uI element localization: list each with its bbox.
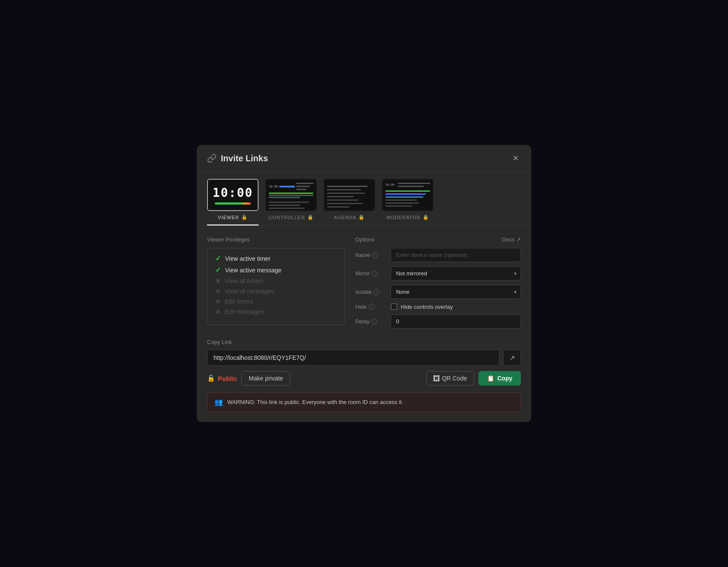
viewer-clock-display: 10:00 — [213, 186, 253, 200]
priv-view-active-timer: ✓ View active timer — [215, 254, 337, 262]
priv-edit-messages: ✕ Edit messages — [215, 308, 337, 315]
two-col-section: Viewer Privileges ✓ View active timer ✓ … — [207, 236, 521, 329]
privileges-section: Viewer Privileges ✓ View active timer ✓ … — [207, 236, 345, 329]
public-badge: 🔓 Public — [207, 374, 237, 382]
warning-text: WARNING: This link is public. Everyone w… — [227, 399, 403, 405]
option-name-row: Name i — [355, 248, 521, 262]
mirror-select-wrapper: Not mirrored Mirrored ▾ — [391, 266, 521, 280]
priv-view-all-messages: ✕ View all messages — [215, 288, 337, 295]
link-input-row: ↗ — [207, 350, 521, 366]
delay-label: Delay i — [355, 318, 385, 325]
x-icon-1: ✕ — [215, 277, 220, 284]
options-header: Options Docs ↗ — [355, 236, 521, 243]
option-hide-row: Hide i Hide controls overlay — [355, 303, 521, 310]
x-icon-2: ✕ — [215, 288, 220, 295]
close-button[interactable]: × — [510, 153, 521, 164]
privileges-section-label: Viewer Privileges — [207, 236, 345, 243]
warning-bar: 👥 WARNING: This link is public. Everyone… — [207, 392, 521, 412]
ctrl-bar — [279, 186, 295, 187]
tab-moderator[interactable]: 10:00 — [382, 179, 433, 226]
tab-viewer[interactable]: 10:00 VIEWER 🔓 — [207, 179, 259, 226]
name-label: Name i — [355, 252, 385, 258]
link-icon — [207, 154, 217, 163]
viewer-lock-icon: 🔓 — [241, 214, 248, 220]
hide-checkbox-label: Hide controls overlay — [401, 304, 453, 310]
agenda-lock-icon: 🔒 — [358, 214, 365, 220]
link-actions: 🔓 Public Make private QR Code 📋 Copy — [207, 371, 521, 386]
options-grid: Name i Mirror i Not mirrored — [355, 248, 521, 329]
modal-body: Viewer Privileges ✓ View active timer ✓ … — [197, 226, 531, 422]
copy-link-section: Copy Link ↗ 🔓 Public Make private — [207, 339, 521, 386]
tab-controller[interactable]: 10:00 — [265, 179, 317, 226]
tabs-row: 10:00 VIEWER 🔓 10:00 — [197, 172, 531, 226]
modal-title: Invite Links — [207, 154, 268, 163]
options-section-label: Options — [355, 236, 375, 243]
privileges-box: ✓ View active timer ✓ View active messag… — [207, 248, 345, 325]
mirror-select[interactable]: Not mirrored Mirrored — [391, 266, 521, 280]
hide-info-icon[interactable]: i — [369, 304, 375, 310]
isolate-select[interactable]: None Timer 1 Timer 2 — [391, 285, 521, 299]
ctrl-time: 10:00 — [269, 185, 278, 188]
copy-label: Copy — [497, 375, 512, 382]
hide-checkbox-row: Hide controls overlay — [391, 303, 521, 310]
controller-lock-icon: 🔒 — [307, 214, 314, 220]
priv-edit-timers: ✕ Edit timers — [215, 298, 337, 305]
check-icon-2: ✓ — [215, 266, 221, 274]
tab-agenda-label: AGENDA 🔒 — [334, 214, 365, 220]
moderator-preview: 10:00 — [382, 179, 433, 211]
viewer-progress-bar — [215, 202, 250, 205]
name-input[interactable] — [391, 248, 521, 262]
qr-code-button[interactable]: QR Code — [426, 371, 474, 386]
isolate-select-wrapper: None Timer 1 Timer 2 ▾ — [391, 285, 521, 299]
link-url-input[interactable] — [207, 350, 499, 366]
copy-button[interactable]: 📋 Copy — [478, 371, 521, 386]
x-icon-4: ✕ — [215, 308, 220, 315]
name-info-icon[interactable]: i — [372, 252, 378, 258]
mirror-label: Mirror i — [355, 270, 385, 277]
x-icon-3: ✕ — [215, 298, 220, 305]
delay-input[interactable] — [391, 314, 521, 329]
qr-code-icon — [433, 375, 439, 381]
modal-header: Invite Links × — [197, 145, 531, 172]
qr-code-label: QR Code — [442, 375, 467, 382]
tab-controller-label: CONTROLLER 🔒 — [268, 214, 313, 220]
option-isolate-row: Isolate i None Timer 1 Timer 2 ▾ — [355, 285, 521, 299]
option-delay-row: Delay i — [355, 314, 521, 329]
external-link-icon: ↗ — [516, 236, 521, 243]
copy-link-label: Copy Link — [207, 339, 521, 345]
agenda-preview — [324, 179, 375, 211]
delay-info-icon[interactable]: i — [371, 319, 377, 325]
mirror-info-icon[interactable]: i — [372, 271, 378, 277]
check-icon-1: ✓ — [215, 254, 221, 262]
open-link-button[interactable]: ↗ — [503, 350, 521, 366]
public-label: Public — [218, 375, 237, 382]
public-icon: 🔓 — [207, 374, 215, 382]
options-section: Options Docs ↗ Name i — [355, 236, 521, 329]
priv-view-all-timers: ✕ View all timers — [215, 277, 337, 284]
external-open-icon: ↗ — [509, 354, 515, 362]
option-mirror-row: Mirror i Not mirrored Mirrored ▾ — [355, 266, 521, 280]
tab-moderator-label: MODERATOR 🔒 — [386, 214, 429, 220]
moderator-lock-icon: 🔒 — [423, 214, 429, 220]
hide-checkbox[interactable] — [391, 303, 397, 310]
tab-agenda[interactable]: AGENDA 🔒 — [324, 179, 375, 226]
modal-title-text: Invite Links — [221, 154, 268, 163]
controller-preview: 10:00 — [265, 179, 317, 211]
docs-link[interactable]: Docs ↗ — [502, 236, 521, 243]
isolate-label: Isolate i — [355, 289, 385, 295]
hide-label: Hide i — [355, 304, 385, 310]
warning-icon: 👥 — [214, 398, 223, 406]
viewer-preview: 10:00 — [207, 179, 259, 211]
tab-viewer-label: VIEWER 🔓 — [218, 214, 247, 220]
invite-links-modal: Invite Links × 10:00 VIEWER 🔓 1 — [197, 145, 531, 422]
copy-icon: 📋 — [487, 375, 494, 382]
isolate-info-icon[interactable]: i — [373, 289, 379, 295]
make-private-button[interactable]: Make private — [241, 371, 290, 386]
priv-view-active-message: ✓ View active message — [215, 266, 337, 274]
